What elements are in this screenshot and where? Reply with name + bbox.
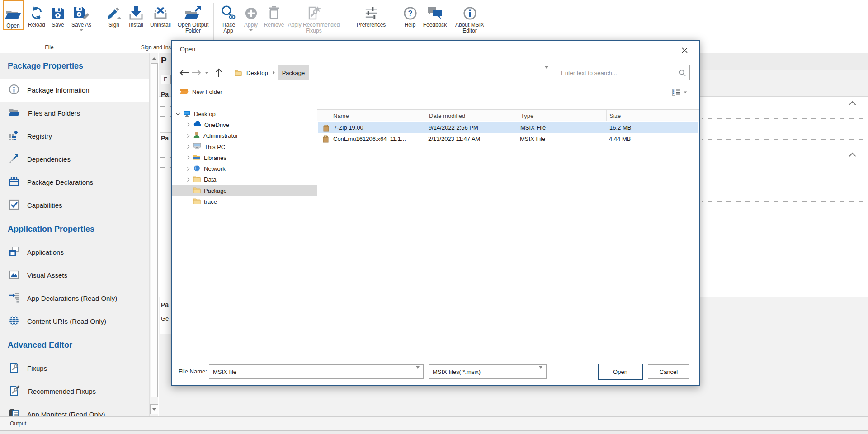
column-header-size[interactable]: Size (607, 110, 699, 121)
scroll-down-button[interactable] (150, 404, 158, 414)
save-as-button[interactable]: Save As (69, 1, 94, 31)
chevron-down-icon (249, 29, 253, 31)
column-header-type[interactable]: Type (518, 110, 607, 121)
triangle-up-icon (152, 57, 156, 60)
tree-item-network[interactable]: Network (172, 163, 317, 174)
search-icon[interactable] (679, 69, 689, 76)
chevron-expanded-icon[interactable] (175, 113, 180, 115)
file-type-combo[interactable]: MSIX files( *.msix) (429, 364, 547, 379)
file-row-conemu[interactable]: ConEmu161206.x64_11.1... 2/13/2023 11:47… (318, 133, 698, 145)
sidebar-item-dependencies[interactable]: Dependencies (0, 148, 149, 171)
column-header-date-modified[interactable]: Date modified (426, 110, 518, 121)
apply-plus-icon (244, 1, 258, 20)
tree-item-desktop[interactable]: Desktop (172, 108, 317, 119)
up-button[interactable] (212, 67, 225, 79)
chevron-collapsed-icon[interactable] (185, 123, 190, 126)
address-bar[interactable]: Desktop Package (231, 65, 552, 80)
apply-recommended-fixups-button[interactable]: Apply Recommended Fixups (288, 1, 340, 34)
column-header-name[interactable]: Name (330, 110, 426, 121)
feedback-button[interactable]: Feedback (420, 1, 449, 28)
manifest-icon (9, 408, 19, 416)
scroll-up-button[interactable] (151, 54, 158, 62)
tree-item-data[interactable]: Data (172, 174, 317, 185)
sign-button[interactable]: Sign (103, 1, 125, 28)
chevron-collapsed-icon[interactable] (185, 156, 190, 159)
chevron-collapsed-icon[interactable] (185, 135, 190, 137)
view-mode-button[interactable] (669, 87, 690, 98)
new-folder-button[interactable]: New Folder (180, 86, 222, 98)
tree-item-onedrive[interactable]: OneDrive (172, 119, 317, 130)
navigation-sidebar: Package Properties Package Information F… (0, 53, 149, 416)
remove-button[interactable]: Remove (262, 1, 286, 28)
sidebar-item-app-manifest[interactable]: App Manifest (Read Only) (0, 403, 149, 416)
details-view-icon (672, 89, 681, 96)
sidebar-item-package-declarations[interactable]: Package Declarations (0, 171, 149, 194)
sliders-icon (364, 1, 379, 20)
about-msix-editor-button[interactable]: About MSIX Editor (450, 1, 489, 34)
uninstall-icon (153, 1, 168, 20)
chevron-down-icon (539, 366, 542, 375)
recent-locations-button[interactable] (203, 67, 210, 79)
status-bar: Output (0, 416, 868, 430)
sidebar-item-fixups[interactable]: Fixups (0, 357, 149, 380)
arrow-list-icon (9, 292, 19, 304)
reload-button[interactable]: Reload (26, 1, 47, 28)
toolbar-button-partial[interactable]: E (161, 75, 171, 84)
sidebar-item-recommended-fixups[interactable]: Recommended Fixups (0, 380, 149, 403)
new-folder-icon (180, 88, 189, 96)
open-output-folder-button[interactable]: Open Output Folder (175, 1, 211, 34)
back-button[interactable] (178, 67, 190, 79)
sidebar-item-visual-assets[interactable]: Visual Assets (0, 264, 149, 287)
file-name-combo (209, 364, 424, 379)
sidebar-item-package-information[interactable]: Package Information (0, 79, 149, 102)
file-type-dropdown-button[interactable] (539, 369, 546, 375)
tree-item-libraries[interactable]: Libraries (172, 152, 317, 163)
install-button[interactable]: Install (126, 1, 146, 28)
sidebar-item-app-declarations[interactable]: App Declarations (Read Only) (0, 287, 149, 310)
sidebar-item-files-and-folders[interactable]: Files and Folders (0, 102, 149, 125)
sidebar-item-content-uris[interactable]: Content URIs (Read Only) (0, 310, 149, 333)
sidebar-item-applications[interactable]: Applications (0, 241, 149, 264)
uninstall-button[interactable]: Uninstall (147, 1, 174, 28)
file-row-7zip[interactable]: 7-Zip 19.00 9/14/2022 2:56 PM MSIX File … (318, 122, 698, 133)
help-button[interactable]: ? Help (401, 1, 420, 28)
tree-item-administrator[interactable]: Administrator (172, 131, 317, 141)
file-name: 7-Zip 19.00 (334, 124, 363, 131)
arrow-up-icon (215, 68, 222, 78)
globe-icon (9, 315, 19, 327)
file-name-input[interactable] (209, 369, 416, 375)
open-button[interactable]: Open (3, 0, 24, 30)
chevron-down-icon (80, 29, 83, 31)
trash-icon (267, 1, 281, 20)
scrollbar-thumb[interactable] (151, 63, 158, 397)
output-label[interactable]: Output (10, 420, 26, 427)
tree-item-trace[interactable]: trace (172, 196, 317, 207)
search-input[interactable] (557, 70, 679, 76)
tree-item-this-pc[interactable]: This PC (172, 141, 317, 152)
sidebar-item-registry[interactable]: Registry (0, 125, 149, 148)
folder-icon (193, 187, 201, 195)
save-as-icon (73, 1, 90, 20)
address-dropdown-button[interactable] (545, 69, 552, 77)
chevron-collapsed-icon[interactable] (185, 178, 190, 181)
dialog-cancel-button[interactable]: Cancel (648, 364, 689, 379)
sidebar-scrollbar[interactable] (149, 53, 158, 416)
close-button[interactable] (677, 43, 692, 57)
tree-item-package[interactable]: Package (172, 185, 317, 196)
save-icon (51, 1, 65, 20)
forward-button[interactable] (191, 67, 203, 79)
apply-button[interactable]: Apply (241, 1, 261, 31)
save-button[interactable]: Save (48, 1, 68, 28)
column-header-gutter[interactable] (317, 110, 330, 121)
chevron-collapsed-icon[interactable] (185, 145, 190, 148)
file-date: 9/14/2022 2:56 PM (429, 124, 478, 131)
breadcrumb-package[interactable]: Package (278, 65, 310, 80)
trace-app-button[interactable]: Trace App (218, 1, 239, 34)
dialog-open-button[interactable]: Open (598, 364, 643, 380)
file-name-dropdown-button[interactable] (416, 369, 423, 375)
sidebar-item-capabilities[interactable]: Capabilities (0, 194, 149, 217)
folder-icon (193, 198, 201, 205)
chevron-collapsed-icon[interactable] (185, 168, 190, 170)
breadcrumb-desktop[interactable]: Desktop (242, 65, 273, 80)
preferences-button[interactable]: Preferences (349, 1, 393, 28)
